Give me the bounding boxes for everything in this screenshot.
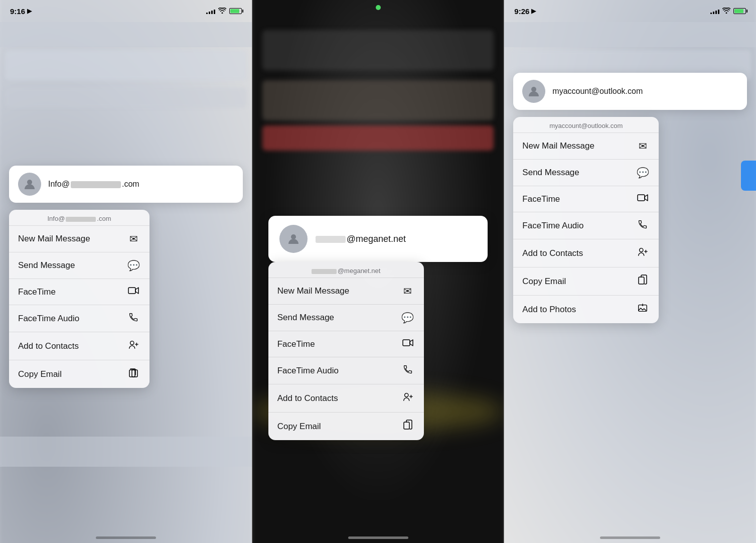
wifi-icon-1 xyxy=(218,8,226,15)
message-icon-2: 💬 xyxy=(401,312,415,324)
add-contact-icon-2 xyxy=(401,391,415,405)
menu-item-label-facetime-1: FaceTime xyxy=(18,287,56,297)
phone-panel-2: @meganet.net @meganet.net New Mail Messa… xyxy=(252,0,504,543)
menu-item-send-msg-1[interactable]: Send Message 💬 xyxy=(9,252,149,279)
message-icon-1: 💬 xyxy=(126,259,140,272)
status-icons-3 xyxy=(710,8,746,15)
home-indicator-3 xyxy=(600,536,660,539)
email-blur-1 xyxy=(71,181,121,188)
location-icon-1: ▶ xyxy=(27,8,32,15)
menu-item-label-new-mail-1: New Mail Message xyxy=(18,234,90,244)
phone-icon-3 xyxy=(636,219,650,232)
signal-bars-3 xyxy=(710,8,719,14)
photos-icon-3 xyxy=(636,303,650,316)
menu-item-send-msg-3[interactable]: Send Message 💬 xyxy=(513,160,659,186)
dark-bg-rect-1 xyxy=(262,30,494,70)
menu-item-label-send-msg-3: Send Message xyxy=(522,168,579,178)
bg-rect-2 xyxy=(5,88,247,108)
p3-signal-bar-1 xyxy=(710,13,712,14)
svg-point-2 xyxy=(130,341,134,345)
copy-icon-1 xyxy=(126,367,140,381)
context-menu-1: Info@.com New Mail Message ✉ Send Messag… xyxy=(9,210,149,388)
menu-item-label-send-msg-1: Send Message xyxy=(18,260,75,270)
status-bar-1: 9:16 ▶ xyxy=(0,0,252,22)
home-indicator-1 xyxy=(96,536,156,539)
context-menu-3: myaccount@outlook.com New Mail Message ✉… xyxy=(513,117,659,323)
facetime-icon-3 xyxy=(636,193,650,205)
p3-signal-bar-3 xyxy=(715,11,717,14)
menu-item-new-mail-2[interactable]: New Mail Message ✉ xyxy=(268,278,424,305)
facetime-icon-1 xyxy=(126,286,140,298)
battery-icon-1 xyxy=(229,8,242,14)
phone-icon-2 xyxy=(401,364,415,377)
menu-item-add-contacts-2[interactable]: Add to Contacts xyxy=(268,384,424,413)
menu-label-1: Info@.com xyxy=(9,210,149,226)
menu-item-label-add-contacts-1: Add to Contacts xyxy=(18,341,79,351)
menu-item-label-facetime-3: FaceTime xyxy=(522,194,560,204)
contact-email-1: Info@.com xyxy=(48,180,139,189)
menu-item-add-contacts-1[interactable]: Add to Contacts xyxy=(9,332,149,360)
p3-nav-blur xyxy=(504,22,756,47)
svg-rect-6 xyxy=(403,340,410,346)
status-time-3: 9:26 ▶ xyxy=(514,7,536,16)
menu-label-2: @meganet.net xyxy=(268,262,424,278)
contact-header-card-3: myaccount@outlook.com xyxy=(513,73,747,110)
phone-icon-1 xyxy=(126,312,140,325)
signal-bar-1 xyxy=(206,13,208,14)
menu-item-facetime-3[interactable]: FaceTime xyxy=(513,186,659,212)
menu-item-label-add-contacts-3: Add to Contacts xyxy=(522,248,583,258)
status-bar-2 xyxy=(252,0,504,22)
menu-item-facetime-audio-3[interactable]: FaceTime Audio xyxy=(513,212,659,239)
wifi-icon-3 xyxy=(722,8,730,15)
dark-bg-rect-2 xyxy=(262,80,494,120)
contact-email-2: @meganet.net xyxy=(316,234,406,244)
mail-icon-1: ✉ xyxy=(126,233,140,245)
menu-item-label-copy-email-2: Copy Email xyxy=(277,422,321,432)
svg-point-11 xyxy=(640,248,643,252)
p3-signal-bar-4 xyxy=(718,10,719,14)
battery-fill-3 xyxy=(734,9,743,13)
menu-label-blur-1 xyxy=(66,217,96,222)
copy-icon-2 xyxy=(401,420,415,433)
menu-item-new-mail-3[interactable]: New Mail Message ✉ xyxy=(513,133,659,160)
status-bar-3: 9:26 ▶ xyxy=(504,0,756,22)
battery-fill-1 xyxy=(230,9,239,13)
mail-icon-2: ✉ xyxy=(401,285,415,297)
menu-item-copy-email-2[interactable]: Copy Email xyxy=(268,413,424,440)
avatar-1 xyxy=(18,173,41,196)
contact-email-3: myaccount@outlook.com xyxy=(552,87,643,96)
phone-panel-1: 9:16 ▶ xyxy=(0,0,252,543)
svg-rect-8 xyxy=(404,422,409,429)
status-icons-1 xyxy=(206,8,242,15)
context-menu-2: @meganet.net New Mail Message ✉ Send Mes… xyxy=(268,262,424,440)
signal-bar-2 xyxy=(209,12,210,14)
message-icon-3: 💬 xyxy=(636,167,650,179)
menu-item-new-mail-1[interactable]: New Mail Message ✉ xyxy=(9,226,149,252)
menu-item-copy-email-1[interactable]: Copy Email xyxy=(9,360,149,388)
add-contact-icon-1 xyxy=(126,339,140,353)
home-indicator-2 xyxy=(348,536,408,539)
menu-item-facetime-audio-2[interactable]: FaceTime Audio xyxy=(268,357,424,384)
menu-item-facetime-2[interactable]: FaceTime xyxy=(268,331,424,357)
menu-item-copy-email-3[interactable]: Copy Email xyxy=(513,267,659,296)
svg-point-5 xyxy=(291,234,296,239)
svg-rect-1 xyxy=(128,288,135,294)
status-time-1: 9:16 ▶ xyxy=(10,7,32,16)
signal-bar-3 xyxy=(211,11,213,14)
menu-item-send-msg-2[interactable]: Send Message 💬 xyxy=(268,305,424,331)
dark-bg-rect-3 xyxy=(262,125,494,151)
signal-bars-1 xyxy=(206,8,215,14)
menu-item-facetime-audio-1[interactable]: FaceTime Audio xyxy=(9,305,149,332)
svg-rect-10 xyxy=(638,195,645,201)
mail-icon-3: ✉ xyxy=(636,140,650,152)
menu-item-add-contacts-3[interactable]: Add to Contacts xyxy=(513,239,659,267)
svg-rect-12 xyxy=(639,277,644,284)
facetime-icon-2 xyxy=(401,338,415,350)
menu-item-add-photos-3[interactable]: Add to Photos xyxy=(513,296,659,323)
menu-item-facetime-1[interactable]: FaceTime xyxy=(9,279,149,305)
menu-item-label-send-msg-2: Send Message xyxy=(277,313,334,323)
menu-label-blur-2 xyxy=(312,269,337,274)
menu-item-label-copy-email-3: Copy Email xyxy=(522,277,566,287)
menu-item-label-add-photos-3: Add to Photos xyxy=(522,305,576,315)
copy-icon-3 xyxy=(636,275,650,288)
